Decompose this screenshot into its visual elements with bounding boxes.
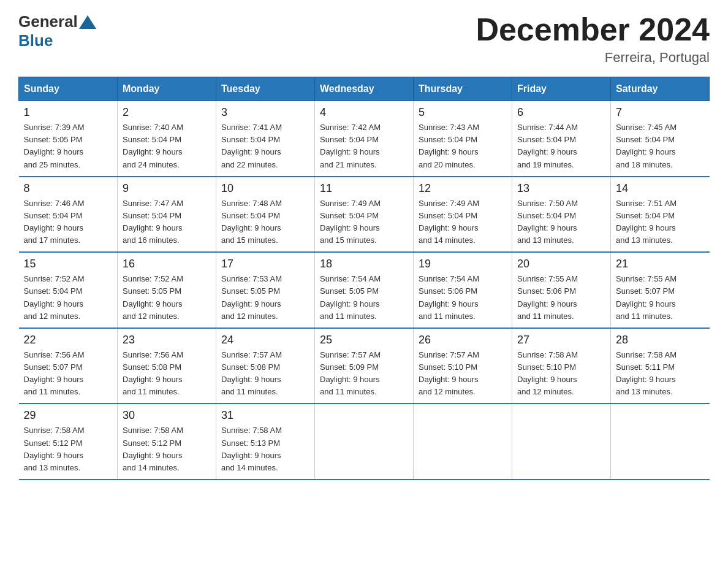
- day-cell: 4Sunrise: 7:42 AMSunset: 5:04 PMDaylight…: [315, 101, 414, 177]
- day-info: Sunrise: 7:56 AMSunset: 5:08 PMDaylight:…: [123, 350, 183, 396]
- day-info: Sunrise: 7:57 AMSunset: 5:08 PMDaylight:…: [221, 350, 282, 396]
- day-number: 29: [24, 409, 113, 422]
- header-cell-thursday: Thursday: [414, 77, 512, 101]
- day-number: 5: [419, 106, 507, 119]
- day-number: 3: [221, 106, 309, 119]
- day-number: 14: [616, 182, 705, 195]
- day-cell: 19Sunrise: 7:54 AMSunset: 5:06 PMDayligh…: [414, 252, 512, 328]
- day-cell: 14Sunrise: 7:51 AMSunset: 5:04 PMDayligh…: [611, 177, 710, 253]
- day-info: Sunrise: 7:55 AMSunset: 5:06 PMDaylight:…: [517, 274, 578, 320]
- header-cell-sunday: Sunday: [19, 77, 118, 101]
- day-info: Sunrise: 7:57 AMSunset: 5:09 PMDaylight:…: [320, 350, 381, 396]
- day-number: 8: [24, 182, 113, 195]
- day-cell: 12Sunrise: 7:49 AMSunset: 5:04 PMDayligh…: [414, 177, 512, 253]
- day-info: Sunrise: 7:52 AMSunset: 5:05 PMDaylight:…: [123, 274, 183, 320]
- day-number: 2: [123, 106, 211, 119]
- day-info: Sunrise: 7:46 AMSunset: 5:04 PMDaylight:…: [24, 199, 85, 245]
- day-cell: 20Sunrise: 7:55 AMSunset: 5:06 PMDayligh…: [512, 252, 611, 328]
- day-info: Sunrise: 7:57 AMSunset: 5:10 PMDaylight:…: [419, 350, 479, 396]
- day-cell: 30Sunrise: 7:58 AMSunset: 5:12 PMDayligh…: [118, 404, 216, 480]
- header-cell-friday: Friday: [512, 77, 611, 101]
- day-cell: 25Sunrise: 7:57 AMSunset: 5:09 PMDayligh…: [315, 328, 414, 404]
- day-info: Sunrise: 7:41 AMSunset: 5:04 PMDaylight:…: [221, 123, 282, 169]
- day-number: 24: [221, 334, 309, 347]
- day-cell: 6Sunrise: 7:44 AMSunset: 5:04 PMDaylight…: [512, 101, 611, 177]
- day-number: 13: [517, 182, 605, 195]
- title-area: December 2024 Ferreira, Portugal: [476, 12, 710, 66]
- day-number: 1: [24, 106, 113, 119]
- day-cell: 18Sunrise: 7:54 AMSunset: 5:05 PMDayligh…: [315, 252, 414, 328]
- day-info: Sunrise: 7:58 AMSunset: 5:11 PMDaylight:…: [616, 350, 677, 396]
- day-cell: 1Sunrise: 7:39 AMSunset: 5:05 PMDaylight…: [19, 101, 118, 177]
- logo-general-text: General: [18, 12, 78, 31]
- day-info: Sunrise: 7:51 AMSunset: 5:04 PMDaylight:…: [616, 199, 677, 245]
- day-number: 26: [419, 334, 507, 347]
- calendar-header: SundayMondayTuesdayWednesdayThursdayFrid…: [19, 77, 710, 101]
- day-number: 11: [320, 182, 408, 195]
- week-row: 22Sunrise: 7:56 AMSunset: 5:07 PMDayligh…: [19, 328, 710, 404]
- day-info: Sunrise: 7:49 AMSunset: 5:04 PMDaylight:…: [419, 199, 479, 245]
- day-info: Sunrise: 7:58 AMSunset: 5:12 PMDaylight:…: [24, 426, 85, 472]
- day-number: 9: [123, 182, 211, 195]
- main-title: December 2024: [476, 12, 710, 47]
- week-row: 15Sunrise: 7:52 AMSunset: 5:04 PMDayligh…: [19, 252, 710, 328]
- page-header: General Blue December 2024 Ferreira, Por…: [18, 12, 710, 66]
- day-cell: 9Sunrise: 7:47 AMSunset: 5:04 PMDaylight…: [118, 177, 216, 253]
- day-number: 22: [24, 334, 113, 347]
- day-number: 19: [419, 258, 507, 270]
- day-cell: 10Sunrise: 7:48 AMSunset: 5:04 PMDayligh…: [216, 177, 315, 253]
- week-row: 1Sunrise: 7:39 AMSunset: 5:05 PMDaylight…: [19, 101, 710, 177]
- day-number: 10: [221, 182, 309, 195]
- day-cell: [512, 404, 611, 480]
- week-row: 8Sunrise: 7:46 AMSunset: 5:04 PMDaylight…: [19, 177, 710, 253]
- day-number: 27: [517, 334, 605, 347]
- day-info: Sunrise: 7:44 AMSunset: 5:04 PMDaylight:…: [517, 123, 578, 169]
- day-cell: 5Sunrise: 7:43 AMSunset: 5:04 PMDaylight…: [414, 101, 512, 177]
- day-number: 21: [616, 258, 705, 270]
- calendar-table: SundayMondayTuesdayWednesdayThursdayFrid…: [18, 77, 710, 480]
- day-info: Sunrise: 7:54 AMSunset: 5:06 PMDaylight:…: [419, 274, 479, 320]
- header-cell-tuesday: Tuesday: [216, 77, 315, 101]
- day-cell: [611, 404, 710, 480]
- day-number: 28: [616, 334, 705, 347]
- day-cell: 8Sunrise: 7:46 AMSunset: 5:04 PMDaylight…: [19, 177, 118, 253]
- day-number: 18: [320, 258, 408, 270]
- day-number: 6: [517, 106, 605, 119]
- day-number: 20: [517, 258, 605, 270]
- header-cell-monday: Monday: [118, 77, 216, 101]
- location-subtitle: Ferreira, Portugal: [476, 50, 710, 66]
- day-info: Sunrise: 7:55 AMSunset: 5:07 PMDaylight:…: [616, 274, 677, 320]
- day-info: Sunrise: 7:45 AMSunset: 5:04 PMDaylight:…: [616, 123, 677, 169]
- day-info: Sunrise: 7:40 AMSunset: 5:04 PMDaylight:…: [123, 123, 183, 169]
- day-cell: 17Sunrise: 7:53 AMSunset: 5:05 PMDayligh…: [216, 252, 315, 328]
- day-cell: 2Sunrise: 7:40 AMSunset: 5:04 PMDaylight…: [118, 101, 216, 177]
- day-cell: 21Sunrise: 7:55 AMSunset: 5:07 PMDayligh…: [611, 252, 710, 328]
- day-cell: 15Sunrise: 7:52 AMSunset: 5:04 PMDayligh…: [19, 252, 118, 328]
- logo: General Blue: [18, 12, 97, 50]
- day-cell: [414, 404, 512, 480]
- day-cell: 16Sunrise: 7:52 AMSunset: 5:05 PMDayligh…: [118, 252, 216, 328]
- day-number: 17: [221, 258, 309, 270]
- calendar-body: 1Sunrise: 7:39 AMSunset: 5:05 PMDaylight…: [19, 101, 710, 480]
- day-cell: 22Sunrise: 7:56 AMSunset: 5:07 PMDayligh…: [19, 328, 118, 404]
- day-cell: 24Sunrise: 7:57 AMSunset: 5:08 PMDayligh…: [216, 328, 315, 404]
- day-cell: 27Sunrise: 7:58 AMSunset: 5:10 PMDayligh…: [512, 328, 611, 404]
- day-cell: 31Sunrise: 7:58 AMSunset: 5:13 PMDayligh…: [216, 404, 315, 480]
- day-info: Sunrise: 7:48 AMSunset: 5:04 PMDaylight:…: [221, 199, 282, 245]
- day-number: 12: [419, 182, 507, 195]
- day-info: Sunrise: 7:56 AMSunset: 5:07 PMDaylight:…: [24, 350, 85, 396]
- day-info: Sunrise: 7:47 AMSunset: 5:04 PMDaylight:…: [123, 199, 183, 245]
- day-info: Sunrise: 7:54 AMSunset: 5:05 PMDaylight:…: [320, 274, 381, 320]
- day-info: Sunrise: 7:53 AMSunset: 5:05 PMDaylight:…: [221, 274, 282, 320]
- day-info: Sunrise: 7:42 AMSunset: 5:04 PMDaylight:…: [320, 123, 381, 169]
- day-cell: 7Sunrise: 7:45 AMSunset: 5:04 PMDaylight…: [611, 101, 710, 177]
- day-info: Sunrise: 7:39 AMSunset: 5:05 PMDaylight:…: [24, 123, 85, 169]
- day-number: 31: [221, 409, 309, 422]
- day-info: Sunrise: 7:50 AMSunset: 5:04 PMDaylight:…: [517, 199, 578, 245]
- day-info: Sunrise: 7:58 AMSunset: 5:12 PMDaylight:…: [123, 426, 183, 472]
- day-number: 25: [320, 334, 408, 347]
- day-cell: 3Sunrise: 7:41 AMSunset: 5:04 PMDaylight…: [216, 101, 315, 177]
- day-info: Sunrise: 7:49 AMSunset: 5:04 PMDaylight:…: [320, 199, 381, 245]
- day-info: Sunrise: 7:43 AMSunset: 5:04 PMDaylight:…: [419, 123, 479, 169]
- week-row: 29Sunrise: 7:58 AMSunset: 5:12 PMDayligh…: [19, 404, 710, 480]
